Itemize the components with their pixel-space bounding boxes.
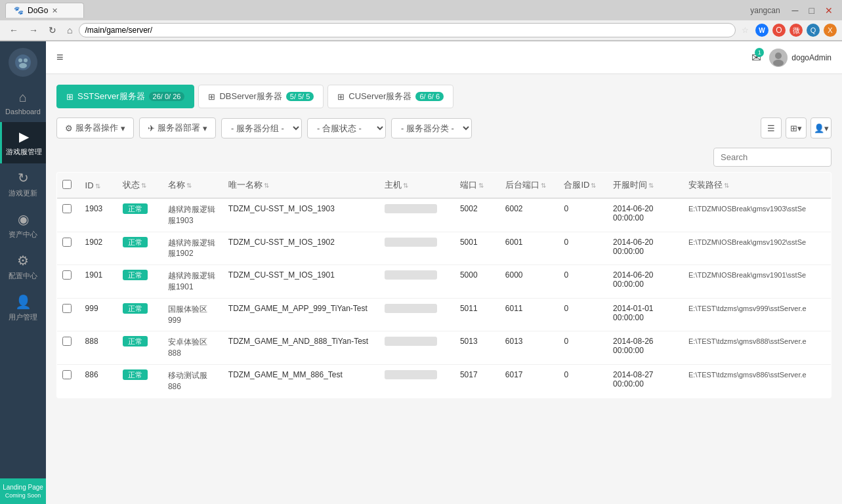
server-deploy-label: 服务器部署: [158, 122, 200, 134]
cell-opentime-5: 2014-08-27 00:00:00: [608, 364, 683, 398]
tab-db-server[interactable]: ⊞ DBServer服务器 5/ 5/ 5: [198, 85, 324, 108]
row-checkbox-4[interactable]: [62, 337, 72, 346]
row-checkbox-5[interactable]: [62, 370, 72, 379]
sidebar-label-game-update: 游戏更新: [9, 188, 37, 198]
user-icon-button[interactable]: 👤▾: [810, 117, 831, 138]
status-badge-4: 正常: [123, 336, 148, 346]
back-button[interactable]: ←: [5, 24, 22, 37]
tab-cu-server[interactable]: ⊞ CUServer服务器 6/ 6/ 6: [327, 85, 453, 108]
tab-grid-icon-db: ⊞: [208, 92, 215, 102]
sidebar-item-dashboard[interactable]: ⌂ Dashboard: [0, 83, 46, 122]
th-unique-name[interactable]: 唯一名称⇅: [223, 173, 379, 199]
tab-close-button[interactable]: ✕: [52, 7, 58, 15]
grid-icon-button[interactable]: ⊞▾: [786, 117, 807, 138]
cell-path-1: E:\TDZM\IOSBreak\gmsv1902\sstSe: [683, 232, 831, 265]
server-deploy-button[interactable]: ✈ 服务器部署 ▾: [139, 117, 216, 138]
browser-tab[interactable]: 🐾 DoGo ✕: [5, 3, 84, 18]
refresh-button[interactable]: ↻: [45, 24, 60, 37]
select-all-checkbox[interactable]: [62, 180, 72, 189]
cell-status-0: 正常: [117, 198, 163, 232]
server-ops-button[interactable]: ⚙ 服务器操作 ▾: [56, 117, 134, 138]
host-redacted-0: [385, 204, 437, 213]
th-merge-id[interactable]: 合服ID⇅: [558, 173, 608, 199]
th-open-time[interactable]: 开服时间⇅: [608, 173, 683, 199]
sidebar: ⌂ Dashboard ▶ 游戏服管理 ↻ 游戏更新 ◉ 资产中心 ⚙ 配置中心…: [0, 41, 46, 504]
search-area: [56, 148, 831, 167]
cell-port-5: 5017: [455, 364, 500, 398]
cell-status-3: 正常: [117, 298, 163, 331]
ext2-icon[interactable]: X: [824, 24, 837, 37]
group-select[interactable]: - 服务器分组 -: [221, 118, 302, 138]
home-button[interactable]: ⌂: [63, 24, 76, 37]
th-bport[interactable]: 后台端口⇅: [500, 173, 559, 199]
minimize-button[interactable]: ─: [788, 4, 803, 17]
host-redacted-3: [385, 304, 437, 313]
th-path[interactable]: 安装路径⇅: [683, 173, 831, 199]
th-host[interactable]: 主机⇅: [379, 173, 455, 199]
sidebar-item-config-center[interactable]: ⚙ 配置中心: [0, 246, 46, 287]
server-tabs: ⊞ SSTServer服务器 26/ 0/ 26 ⊞ DBServer服务器 5…: [56, 85, 831, 108]
cell-name-0: 越狱跨服逻辑服1903: [163, 198, 223, 232]
tab-cu-badge: 6/ 6/ 6: [415, 92, 444, 101]
cell-port-0: 5002: [455, 198, 500, 232]
cell-merge-3: 0: [558, 298, 608, 331]
deploy-chevron: ▾: [203, 123, 207, 133]
category-select[interactable]: - 服务器分类 -: [391, 118, 472, 138]
cell-merge-5: 0: [558, 364, 608, 398]
sort-port-icon: ⇅: [478, 182, 484, 189]
row-checkbox-1[interactable]: [62, 238, 72, 247]
cell-path-4: E:\TEST\tdzms\gmsv888\sstServer.e: [683, 331, 831, 365]
table-header: ID⇅ 状态⇅ 名称⇅ 唯一名称⇅ 主机⇅ 端口⇅ 后台端口⇅ 合服ID⇅ 开服…: [57, 173, 831, 199]
sidebar-item-user-manage[interactable]: 👤 用户管理: [0, 287, 46, 329]
status-badge-5: 正常: [123, 369, 148, 380]
th-name[interactable]: 名称⇅: [163, 173, 223, 199]
row-checkbox-0[interactable]: [62, 204, 72, 213]
sidebar-label-dashboard: Dashboard: [5, 108, 41, 116]
th-status[interactable]: 状态⇅: [117, 173, 163, 199]
sidebar-item-game-update[interactable]: ↻ 游戏更新: [0, 163, 46, 205]
server-ops-chevron: ▾: [121, 123, 125, 133]
admin-name: dogoAdmin: [791, 53, 831, 62]
row-checkbox-2[interactable]: [62, 270, 72, 280]
sidebar-logo[interactable]: [9, 48, 37, 77]
wps-icon[interactable]: W: [755, 24, 768, 37]
notification-bell[interactable]: ✉ 1: [751, 51, 761, 65]
cell-id-5: 886: [80, 364, 117, 398]
tab-grid-icon-cu: ⊞: [337, 92, 345, 102]
weibo-icon[interactable]: 微: [789, 24, 803, 37]
tab-sst-server[interactable]: ⊞ SSTServer服务器 26/ 0/ 26: [56, 85, 194, 108]
th-id[interactable]: ID⇅: [80, 173, 117, 199]
sidebar-item-game-manage[interactable]: ▶ 游戏服管理: [0, 122, 46, 163]
list-icon-button[interactable]: ☰: [761, 117, 782, 138]
bookmark-icon[interactable]: ☆: [738, 24, 751, 37]
tab-sst-label: SSTServer服务器: [77, 91, 145, 102]
sort-merge-icon: ⇅: [591, 182, 596, 189]
hamburger-button[interactable]: ≡: [56, 51, 64, 64]
user-icon: 👤: [15, 294, 32, 310]
cell-checkbox-5: [57, 364, 80, 398]
top-bar: ≡ ✉ 1 dogoAdmin: [46, 41, 842, 74]
toolbar: ⚙ 服务器操作 ▾ ✈ 服务器部署 ▾ - 服务器分组 - - 合服状态 - -…: [56, 117, 831, 138]
cell-checkbox-2: [57, 265, 80, 299]
row-checkbox-3[interactable]: [62, 304, 72, 313]
cell-unique-1: TDZM_CU-SST_M_IOS_1902: [223, 232, 379, 265]
landing-label: Landing Page: [3, 484, 43, 491]
th-port[interactable]: 端口⇅: [455, 173, 500, 199]
status-badge-2: 正常: [123, 270, 148, 280]
sidebar-label-config: 配置中心: [9, 271, 37, 281]
close-window-button[interactable]: ✕: [821, 4, 837, 17]
landing-page-item[interactable]: Landing Page Coming Soon: [0, 478, 46, 504]
forward-button[interactable]: →: [25, 24, 42, 37]
address-bar[interactable]: [79, 23, 736, 37]
ext1-icon[interactable]: Q: [807, 24, 820, 37]
status-badge-3: 正常: [123, 303, 148, 314]
merge-select[interactable]: - 合服状态 -: [307, 118, 386, 138]
opera-icon[interactable]: O: [772, 24, 786, 37]
maximize-button[interactable]: □: [805, 4, 818, 17]
cell-name-1: 越狱跨服逻辑服1902: [163, 232, 223, 265]
search-input[interactable]: [713, 148, 831, 167]
cell-unique-5: TDZM_GAME_M_MM_886_Test: [223, 364, 379, 398]
asset-icon: ◉: [18, 211, 29, 227]
game-update-icon: ↻: [18, 170, 29, 186]
sidebar-item-asset-center[interactable]: ◉ 资产中心: [0, 205, 46, 246]
